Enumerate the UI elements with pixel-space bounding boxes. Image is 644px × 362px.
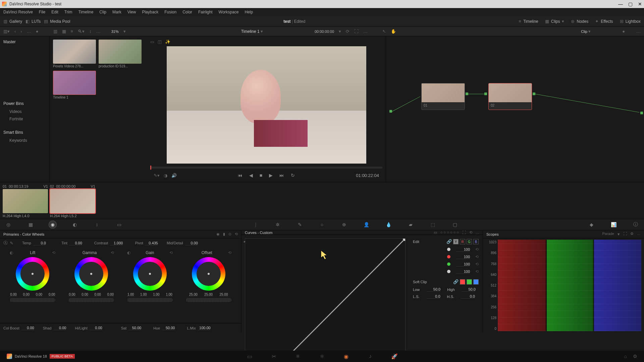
more2-icon[interactable]: … — [96, 29, 101, 34]
intensity-lum[interactable]: 100 — [456, 269, 470, 274]
hue-value[interactable]: 50.00 — [162, 326, 175, 330]
more3-icon[interactable]: … — [363, 29, 368, 34]
reset-icon[interactable]: ⟲ — [475, 269, 479, 274]
reset-icon[interactable]: ⟲ — [475, 254, 479, 259]
node-02[interactable]: 02 — [488, 83, 532, 110]
menu-fusion[interactable]: Fusion — [164, 10, 176, 14]
node-out-connector[interactable] — [466, 93, 468, 95]
lift-r[interactable]: 0.00 — [23, 293, 30, 297]
node-more-icon[interactable]: … — [636, 29, 641, 34]
mask-icon[interactable]: ◑ — [164, 173, 167, 178]
tc-dropdown-icon[interactable]: ▾ — [339, 29, 341, 34]
node-01[interactable]: 01 — [421, 83, 465, 110]
viewer-mode1-icon[interactable]: ▭ — [150, 39, 154, 44]
reset-all-icon[interactable]: ⟲ — [235, 232, 238, 236]
minimize-button[interactable]: — — [618, 1, 623, 7]
menu-edit[interactable]: Edit — [51, 10, 58, 14]
lightbox-toggle[interactable]: ⊞Lightbox — [620, 19, 641, 24]
scopes-mode[interactable]: Parade — [602, 232, 614, 237]
gamma-r[interactable]: 0.00 — [81, 293, 88, 297]
pivot-value[interactable]: 0.435 — [145, 241, 158, 245]
picker-icon[interactable]: ✎ — [10, 241, 13, 246]
auto-balance-icon[interactable]: Ⓐ — [3, 240, 8, 246]
softclip-g-button[interactable] — [467, 279, 472, 285]
intensity-green[interactable]: 100 — [456, 262, 470, 266]
home-icon[interactable]: ⌂ — [624, 354, 627, 359]
offset-wheel[interactable] — [192, 257, 225, 291]
primaries-icon[interactable]: ◉ — [49, 221, 56, 228]
info-icon[interactable]: ⓘ — [632, 221, 639, 228]
rgb-mixer-icon[interactable]: ↕ — [93, 221, 101, 228]
lift-y[interactable]: 0.00 — [10, 293, 17, 297]
bars-mode-icon[interactable]: ▮ — [223, 232, 225, 236]
hilight-value[interactable]: 0.00 — [90, 326, 102, 330]
viewer-timecode-in[interactable]: 00:00:00:00 — [315, 29, 334, 34]
zoom-value[interactable]: 31% — [111, 29, 119, 34]
settings-icon[interactable]: ⚙ — [633, 354, 637, 359]
viewer-image[interactable] — [167, 46, 366, 164]
curves-icon[interactable]: ⎰ — [252, 221, 259, 228]
gamma-b[interactable]: 0.00 — [107, 293, 114, 297]
nav-prev-icon[interactable]: ‹ — [14, 29, 16, 34]
curves-expand-icon[interactable]: ⛶ — [462, 230, 466, 235]
menu-workspace[interactable]: Workspace — [219, 10, 239, 14]
smart-bins-header[interactable]: Smart Bins — [0, 128, 49, 137]
link-icon[interactable]: 🔗 — [446, 239, 452, 244]
hdr-icon[interactable]: ◐ — [71, 221, 78, 228]
curve-graph[interactable]: ▸ — [245, 238, 406, 362]
sat-value[interactable]: 50.00 — [128, 326, 141, 330]
gamma-y[interactable]: 0.00 — [68, 293, 75, 297]
offset-r[interactable]: 25.00 — [189, 293, 198, 297]
menu-color[interactable]: Color — [182, 10, 192, 14]
viewer-timecode[interactable]: 01:00:22:04 — [356, 173, 379, 178]
fairlight-page-icon[interactable]: ♪ — [367, 353, 374, 360]
tint-value[interactable]: 0.00 — [69, 241, 82, 245]
magic-mask-icon[interactable]: 👤 — [363, 221, 370, 228]
softclip-r-button[interactable] — [460, 279, 465, 285]
contrast-value[interactable]: 1.000 — [110, 241, 123, 245]
camera-raw-icon[interactable]: ◎ — [5, 221, 12, 228]
scopes-expand-icon[interactable]: ⛶ — [623, 232, 627, 237]
media-clip[interactable]: production ID 519... — [99, 40, 142, 68]
blur-icon[interactable]: 💧 — [385, 221, 392, 228]
expand-icon[interactable]: ⛶ — [354, 29, 359, 34]
key-icon[interactable]: ▰ — [407, 221, 414, 228]
mediapool-toggle[interactable]: ▤Media Pool — [44, 19, 70, 24]
channel-r-button[interactable]: R — [460, 239, 465, 244]
shad-value[interactable]: 0.00 — [53, 326, 66, 330]
curve-play-icon[interactable]: ▸ — [244, 239, 246, 244]
offset-master-slider[interactable] — [186, 298, 231, 302]
window-icon[interactable]: ○ — [318, 221, 326, 228]
power-bins-header[interactable]: Power Bins — [0, 99, 49, 108]
luts-toggle[interactable]: ◧LUTs — [25, 19, 41, 24]
gain-b[interactable]: 1.00 — [165, 293, 172, 297]
gallery-toggle[interactable]: ▥Gallery — [3, 19, 22, 24]
media-clip[interactable]: Pexels Videos 278... — [53, 40, 96, 68]
lift-g[interactable]: 0.00 — [36, 293, 43, 297]
gain-wheel[interactable] — [133, 257, 167, 291]
menu-trim[interactable]: Trim — [64, 10, 72, 14]
high-value[interactable]: 50.0 — [462, 287, 476, 292]
scopes-icon[interactable]: 📊 — [610, 221, 617, 228]
menu-help[interactable]: Help — [245, 10, 253, 14]
gain-r[interactable]: 1.00 — [140, 293, 147, 297]
node-mode[interactable]: Clip ▾ — [581, 29, 591, 34]
channel-b-button[interactable]: B — [473, 239, 479, 244]
scopes-more-icon[interactable]: … — [637, 232, 641, 237]
cut-page-icon[interactable]: ✂ — [270, 353, 277, 360]
timeline-clip-selected[interactable]: 02 00:00:00:00 V1 H.264 High L5.2 — [50, 184, 95, 217]
loop-button[interactable]: ↻ — [291, 173, 295, 178]
gamma-wheel[interactable] — [74, 257, 108, 291]
offset-reset-icon[interactable]: ⟲ — [228, 250, 231, 255]
menu-clip[interactable]: Clip — [99, 10, 106, 14]
reset-icon[interactable]: ⟲ — [475, 247, 479, 252]
scopes-settings-icon[interactable]: ⚙ — [630, 232, 634, 237]
low-value[interactable]: 50.0 — [426, 287, 440, 292]
curves-reset-icon[interactable]: ⟲ — [469, 230, 472, 235]
effects-toggle[interactable]: ✦Effects — [595, 19, 613, 24]
bin-master[interactable]: Master — [0, 38, 49, 46]
deliver-page-icon[interactable]: 🚀 — [391, 353, 398, 360]
view-strip-icon[interactable]: ≡ — [71, 29, 73, 34]
color-match-icon[interactable]: ▦ — [27, 221, 34, 228]
ls-value[interactable]: 0.0 — [426, 294, 440, 299]
